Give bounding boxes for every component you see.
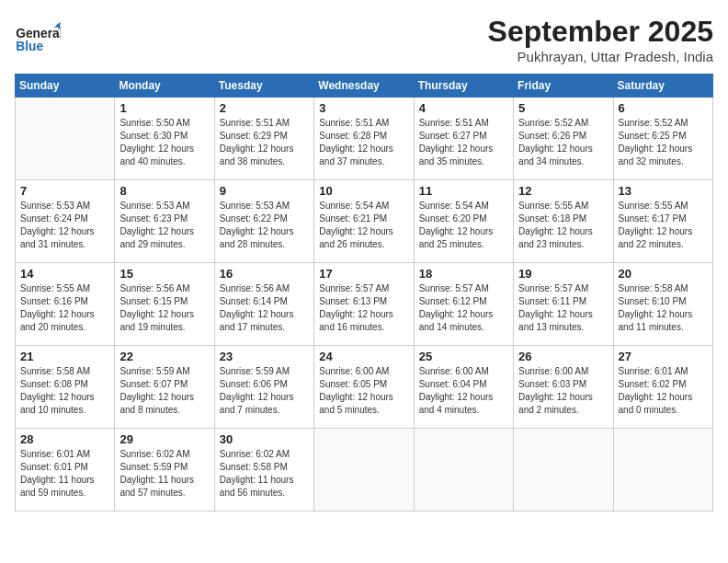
day-number: 3 (319, 101, 408, 115)
calendar-cell: 22Sunrise: 5:59 AM Sunset: 6:07 PM Dayli… (115, 346, 214, 429)
day-number: 18 (419, 267, 508, 281)
day-header-sunday: Sunday (16, 75, 115, 98)
day-info: Sunrise: 6:00 AM Sunset: 6:03 PM Dayligh… (518, 365, 608, 417)
calendar-cell (314, 429, 414, 511)
calendar-cell: 9Sunrise: 5:53 AM Sunset: 6:22 PM Daylig… (214, 180, 313, 263)
day-info: Sunrise: 6:00 AM Sunset: 6:04 PM Dayligh… (419, 365, 508, 417)
calendar-cell: 19Sunrise: 5:57 AM Sunset: 6:11 PM Dayli… (514, 263, 613, 346)
day-info: Sunrise: 5:55 AM Sunset: 6:18 PM Dayligh… (518, 200, 608, 251)
calendar-cell: 4Sunrise: 5:51 AM Sunset: 6:27 PM Daylig… (414, 98, 513, 180)
calendar-cell: 6Sunrise: 5:52 AM Sunset: 6:25 PM Daylig… (613, 98, 712, 180)
day-number: 26 (518, 350, 608, 363)
day-info: Sunrise: 5:52 AM Sunset: 6:25 PM Dayligh… (619, 117, 708, 168)
day-info: Sunrise: 5:51 AM Sunset: 6:28 PM Dayligh… (319, 117, 408, 168)
day-header-friday: Friday (514, 75, 613, 98)
calendar-cell: 7Sunrise: 5:53 AM Sunset: 6:24 PM Daylig… (16, 180, 115, 263)
day-number: 22 (119, 350, 209, 363)
day-number: 9 (220, 184, 309, 198)
day-info: Sunrise: 5:54 AM Sunset: 6:21 PM Dayligh… (319, 200, 408, 251)
page-header: General Blue September 2025 Pukhrayan, U… (15, 15, 713, 64)
calendar-table: SundayMondayTuesdayWednesdayThursdayFrid… (15, 74, 713, 511)
day-header-tuesday: Tuesday (214, 75, 313, 98)
calendar-body: 1Sunrise: 5:50 AM Sunset: 6:30 PM Daylig… (16, 98, 713, 511)
svg-text:Blue: Blue (16, 40, 43, 53)
calendar-cell: 1Sunrise: 5:50 AM Sunset: 6:30 PM Daylig… (115, 98, 214, 180)
day-info: Sunrise: 5:59 AM Sunset: 6:07 PM Dayligh… (119, 365, 209, 417)
day-info: Sunrise: 5:53 AM Sunset: 6:23 PM Dayligh… (119, 200, 209, 251)
day-info: Sunrise: 6:01 AM Sunset: 6:02 PM Dayligh… (619, 365, 708, 417)
day-number: 28 (20, 432, 109, 446)
calendar-cell: 21Sunrise: 5:58 AM Sunset: 6:08 PM Dayli… (16, 346, 115, 429)
day-number: 13 (619, 184, 708, 198)
day-number: 2 (220, 101, 309, 115)
location-subtitle: Pukhrayan, Uttar Pradesh, India (488, 49, 713, 64)
day-number: 16 (220, 267, 309, 281)
calendar-cell (514, 429, 613, 511)
day-info: Sunrise: 6:00 AM Sunset: 6:05 PM Dayligh… (319, 365, 408, 417)
day-header-monday: Monday (115, 75, 214, 98)
day-number: 21 (20, 350, 109, 363)
day-info: Sunrise: 5:56 AM Sunset: 6:15 PM Dayligh… (119, 282, 209, 334)
calendar-header-row: SundayMondayTuesdayWednesdayThursdayFrid… (16, 75, 713, 98)
day-info: Sunrise: 5:53 AM Sunset: 6:24 PM Dayligh… (20, 200, 109, 251)
day-info: Sunrise: 6:01 AM Sunset: 6:01 PM Dayligh… (20, 448, 109, 500)
calendar-cell: 15Sunrise: 5:56 AM Sunset: 6:15 PM Dayli… (115, 263, 214, 346)
day-info: Sunrise: 5:56 AM Sunset: 6:14 PM Dayligh… (220, 282, 309, 334)
title-block: September 2025 Pukhrayan, Uttar Pradesh,… (488, 15, 713, 64)
day-header-thursday: Thursday (414, 75, 513, 98)
day-info: Sunrise: 5:52 AM Sunset: 6:26 PM Dayligh… (518, 117, 608, 168)
day-number: 15 (119, 267, 209, 281)
logo: General Blue (15, 15, 61, 61)
week-row-2: 7Sunrise: 5:53 AM Sunset: 6:24 PM Daylig… (16, 180, 713, 263)
day-info: Sunrise: 5:58 AM Sunset: 6:08 PM Dayligh… (20, 365, 109, 417)
calendar-cell: 30Sunrise: 6:02 AM Sunset: 5:58 PM Dayli… (214, 429, 313, 511)
day-number: 20 (619, 267, 708, 281)
calendar-cell: 8Sunrise: 5:53 AM Sunset: 6:23 PM Daylig… (115, 180, 214, 263)
day-number: 19 (518, 267, 608, 281)
day-number: 11 (419, 184, 508, 198)
day-number: 17 (319, 267, 408, 281)
day-info: Sunrise: 5:51 AM Sunset: 6:29 PM Dayligh… (220, 117, 309, 168)
day-number: 24 (319, 350, 408, 363)
day-number: 30 (220, 432, 309, 446)
calendar-cell: 11Sunrise: 5:54 AM Sunset: 6:20 PM Dayli… (414, 180, 513, 263)
calendar-cell (613, 429, 712, 511)
day-info: Sunrise: 5:50 AM Sunset: 6:30 PM Dayligh… (119, 117, 209, 168)
day-number: 27 (619, 350, 708, 363)
logo-icon: General Blue (15, 15, 61, 61)
day-info: Sunrise: 5:53 AM Sunset: 6:22 PM Dayligh… (220, 200, 309, 251)
calendar-cell: 14Sunrise: 5:55 AM Sunset: 6:16 PM Dayli… (16, 263, 115, 346)
calendar-cell: 17Sunrise: 5:57 AM Sunset: 6:13 PM Dayli… (314, 263, 414, 346)
calendar-cell: 5Sunrise: 5:52 AM Sunset: 6:26 PM Daylig… (514, 98, 613, 180)
calendar-cell: 12Sunrise: 5:55 AM Sunset: 6:18 PM Dayli… (514, 180, 613, 263)
calendar-cell: 29Sunrise: 6:02 AM Sunset: 5:59 PM Dayli… (115, 429, 214, 511)
calendar-cell: 20Sunrise: 5:58 AM Sunset: 6:10 PM Dayli… (613, 263, 712, 346)
month-title: September 2025 (488, 15, 713, 49)
day-number: 8 (119, 184, 209, 198)
calendar-cell: 10Sunrise: 5:54 AM Sunset: 6:21 PM Dayli… (314, 180, 414, 263)
svg-text:General: General (16, 27, 61, 40)
day-number: 29 (119, 432, 209, 446)
week-row-3: 14Sunrise: 5:55 AM Sunset: 6:16 PM Dayli… (16, 263, 713, 346)
day-info: Sunrise: 5:57 AM Sunset: 6:11 PM Dayligh… (518, 282, 608, 334)
day-info: Sunrise: 5:54 AM Sunset: 6:20 PM Dayligh… (419, 200, 508, 251)
day-info: Sunrise: 5:55 AM Sunset: 6:16 PM Dayligh… (20, 282, 109, 334)
calendar-cell (16, 98, 115, 180)
calendar-cell: 25Sunrise: 6:00 AM Sunset: 6:04 PM Dayli… (414, 346, 513, 429)
calendar-cell: 13Sunrise: 5:55 AM Sunset: 6:17 PM Dayli… (613, 180, 712, 263)
week-row-1: 1Sunrise: 5:50 AM Sunset: 6:30 PM Daylig… (16, 98, 713, 180)
day-info: Sunrise: 5:58 AM Sunset: 6:10 PM Dayligh… (619, 282, 708, 334)
calendar-cell: 28Sunrise: 6:01 AM Sunset: 6:01 PM Dayli… (16, 429, 115, 511)
calendar-cell: 23Sunrise: 5:59 AM Sunset: 6:06 PM Dayli… (214, 346, 313, 429)
calendar-cell: 27Sunrise: 6:01 AM Sunset: 6:02 PM Dayli… (613, 346, 712, 429)
week-row-5: 28Sunrise: 6:01 AM Sunset: 6:01 PM Dayli… (16, 429, 713, 511)
calendar-cell: 3Sunrise: 5:51 AM Sunset: 6:28 PM Daylig… (314, 98, 414, 180)
day-number: 14 (20, 267, 109, 281)
day-number: 23 (220, 350, 309, 363)
week-row-4: 21Sunrise: 5:58 AM Sunset: 6:08 PM Dayli… (16, 346, 713, 429)
day-header-saturday: Saturday (613, 75, 712, 98)
calendar-cell: 2Sunrise: 5:51 AM Sunset: 6:29 PM Daylig… (214, 98, 313, 180)
day-number: 5 (518, 101, 608, 115)
day-number: 25 (419, 350, 508, 363)
day-info: Sunrise: 5:57 AM Sunset: 6:13 PM Dayligh… (319, 282, 408, 334)
